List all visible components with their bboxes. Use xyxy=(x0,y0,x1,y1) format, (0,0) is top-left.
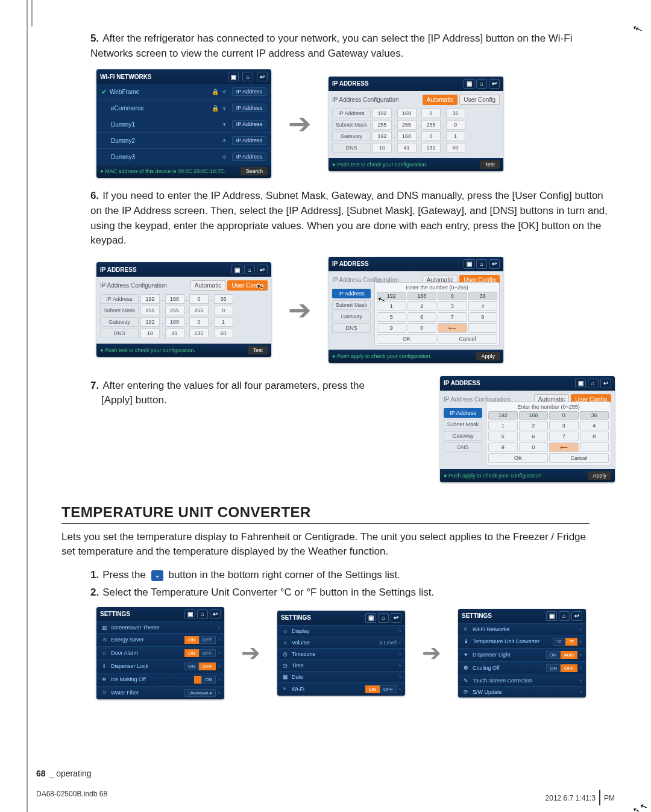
section-step-1: 1.Press the ⌄ button in the bottom right… xyxy=(90,567,615,583)
apply-button[interactable]: Apply xyxy=(588,471,611,480)
settings-item[interactable]: ☼Display› xyxy=(277,625,405,637)
arrow-icon: ➔ xyxy=(288,294,312,326)
back-icon[interactable]: ↩ xyxy=(489,79,500,89)
back-icon[interactable]: ↩ xyxy=(210,609,221,619)
section-rule xyxy=(61,523,590,524)
settings-item[interactable]: ⟳S/W Update› xyxy=(458,686,586,697)
keypad: Enter the number (0~255) 192168036 12345… xyxy=(486,401,611,465)
save-icon[interactable]: ▣ xyxy=(228,72,239,81)
step6-figures: IP ADDRESS ▣⌂↩ IP Address Configuration … xyxy=(96,257,615,363)
settings-item[interactable]: ♲Water FilterUnknown ▸› xyxy=(96,686,224,699)
settings-item[interactable]: ᯤWi-FiONOFF› xyxy=(277,682,405,696)
settings-item[interactable]: ▥Screensaver Theme› xyxy=(96,622,224,633)
home-icon[interactable]: ⌂ xyxy=(197,609,208,619)
save-icon[interactable]: ▣ xyxy=(231,265,242,274)
keypad-ok[interactable]: OK xyxy=(488,453,548,463)
ip-address-button[interactable]: IP Address xyxy=(232,136,266,145)
tab-automatic[interactable]: Automatic xyxy=(423,95,458,105)
step-7: 7.After entering the values for all four… xyxy=(90,379,440,408)
settings-figures: SETTINGS▣⌂↩ ▥Screensaver Theme›⎋Energy S… xyxy=(96,607,615,699)
chevron-down-icon: ⌄ xyxy=(151,570,163,581)
keypad-title: Enter the number (0~255) xyxy=(377,285,497,291)
wifi-item[interactable]: Dummy3ᯤIP Address xyxy=(96,148,271,165)
save-icon[interactable]: ▣ xyxy=(464,79,474,89)
settings-item[interactable]: ◎Timezone› xyxy=(277,648,405,659)
back-icon[interactable]: ↩ xyxy=(257,265,268,274)
apply-button[interactable]: Apply xyxy=(476,352,500,360)
ip-side-labels: IP AddressSubnet MaskGatewayDNS xyxy=(444,408,486,452)
settings-item[interactable]: ✎Touch Screen Correction› xyxy=(458,675,586,686)
wifi-item[interactable]: ✔WebFrame🔒ᯤIP Address xyxy=(96,84,271,99)
home-icon[interactable]: ⌂ xyxy=(476,79,487,89)
save-icon[interactable]: ▣ xyxy=(575,379,586,388)
arrow-icon: ➔ xyxy=(422,640,441,666)
tab-user-config[interactable]: User Config xyxy=(459,95,500,105)
wifi-mac: MAC address of this device is 00:0C:29:0… xyxy=(105,168,225,174)
page-footer: 68_ operating xyxy=(36,769,92,778)
home-icon[interactable]: ⌂ xyxy=(242,72,253,81)
ip-panel-user: IP ADDRESS ▣⌂↩ IP Address Configuration … xyxy=(96,262,271,357)
wifi-title: WI-FI NETWORKS xyxy=(100,74,152,80)
print-footer: DA68-02500B.indb 68 2012.6.7 1:41:3PM xyxy=(36,785,615,802)
step-6: 6.If you need to enter the IP Address, S… xyxy=(90,189,615,248)
settings-item[interactable]: ᯤWi-Fi Networks› xyxy=(458,623,586,635)
save-icon[interactable]: ▣ xyxy=(464,259,474,269)
lock-icon: 🔒 xyxy=(212,105,219,112)
settings-item[interactable]: ⇩Dispenser LockONOFF› xyxy=(96,659,224,673)
tab-automatic[interactable]: Automatic xyxy=(190,280,225,291)
ip-panel-apply: IP ADDRESS ▣⌂↩ IP Address Configuration … xyxy=(440,376,615,482)
wifi-panel: WI-FI NETWORKS ▣ ⌂ ↩ ✔WebFrame🔒ᯤIP Addre… xyxy=(96,69,271,178)
ip-panel-auto: IP ADDRESS ▣⌂↩ IP Address Configuration … xyxy=(329,77,503,171)
wifi-signal-icon: ᯤ xyxy=(222,154,228,160)
back-icon[interactable]: ↩ xyxy=(571,611,582,621)
test-button[interactable]: Test xyxy=(480,160,500,169)
settings-item[interactable]: ❆Cooling OffONOFF› xyxy=(458,661,586,675)
test-button[interactable]: Test xyxy=(248,346,268,354)
back-icon[interactable]: ↩ xyxy=(257,72,268,81)
lock-icon: 🔒 xyxy=(212,89,219,95)
settings-item[interactable]: 🌡Temperature Unit Converter°C°F› xyxy=(458,635,586,648)
back-icon[interactable]: ↩ xyxy=(600,379,611,388)
check-icon: ✔ xyxy=(101,89,106,95)
settings-item[interactable]: ✦Dispenser LightONAuto› xyxy=(458,648,586,661)
arrow-icon: ➔ xyxy=(241,640,260,666)
ip-side-labels: IP AddressSubnet MaskGatewayDNS xyxy=(332,289,374,333)
settings-item[interactable]: ⌂Door AlarmONOFF› xyxy=(96,646,224,659)
home-icon[interactable]: ⌂ xyxy=(476,259,487,269)
settings-item[interactable]: ♪Volume3 Level› xyxy=(277,637,405,648)
settings-item[interactable]: ▦Date› xyxy=(277,671,405,682)
home-icon[interactable]: ⌂ xyxy=(559,611,570,621)
ip-cfg-label: IP Address Configuration xyxy=(332,96,398,103)
home-icon[interactable]: ⌂ xyxy=(244,265,255,274)
back-icon[interactable]: ↩ xyxy=(489,259,500,269)
wifi-item[interactable]: Dummy1ᯤIP Address xyxy=(96,116,271,132)
home-icon[interactable]: ⌂ xyxy=(588,379,599,388)
step5-figures: WI-FI NETWORKS ▣ ⌂ ↩ ✔WebFrame🔒ᯤIP Addre… xyxy=(96,69,615,178)
ip-address-button[interactable]: IP Address xyxy=(232,87,266,96)
save-icon[interactable]: ▣ xyxy=(365,613,376,623)
section-para: Lets you set the temperature display to … xyxy=(61,530,590,559)
keypad-cancel[interactable]: Cancel xyxy=(438,334,497,344)
ip-panel-keypad: IP ADDRESS ▣⌂↩ IP Address Configuration … xyxy=(329,257,503,363)
search-button[interactable]: Search xyxy=(241,167,268,175)
panel-nav-icons: ▣ ⌂ ↩ xyxy=(226,72,268,81)
keypad-ok[interactable]: OK xyxy=(377,334,436,344)
wifi-signal-icon: ᯤ xyxy=(222,137,228,144)
wifi-item[interactable]: eCommerce🔒ᯤIP Address xyxy=(96,99,271,116)
ip-address-button[interactable]: IP Address xyxy=(232,104,266,112)
settings-item[interactable]: ⎋Energy SaverONOFF› xyxy=(96,633,224,646)
ip-config-table: IP Address...Subnet Mask...Gateway...DNS… xyxy=(332,109,500,153)
section-title: Temperature Unit Converter xyxy=(61,504,615,521)
settings-item[interactable]: ❄Ice Making Off ON› xyxy=(96,673,224,686)
ip-address-button[interactable]: IP Address xyxy=(232,153,266,161)
back-icon[interactable]: ↩ xyxy=(391,613,401,623)
save-icon[interactable]: ▣ xyxy=(546,611,557,621)
wifi-signal-icon: ᯤ xyxy=(222,121,228,128)
wifi-signal-icon: ᯤ xyxy=(222,89,228,95)
ip-address-button[interactable]: IP Address xyxy=(232,120,266,128)
keypad-cancel[interactable]: Cancel xyxy=(549,453,609,463)
home-icon[interactable]: ⌂ xyxy=(378,613,389,623)
settings-item[interactable]: ◷Time› xyxy=(277,659,405,671)
save-icon[interactable]: ▣ xyxy=(184,609,195,619)
wifi-item[interactable]: Dummy2ᯤIP Address xyxy=(96,132,271,148)
